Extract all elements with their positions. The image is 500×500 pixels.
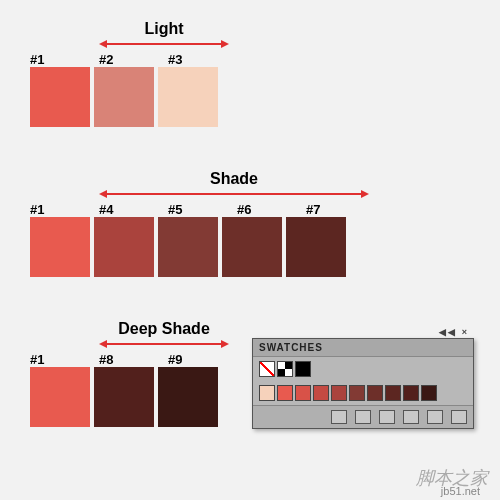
range-arrow bbox=[99, 40, 229, 48]
label-row: #1#8#9 bbox=[30, 352, 237, 367]
color-swatch bbox=[158, 217, 218, 277]
panel-special-row bbox=[253, 357, 473, 381]
swatch-label: #2 bbox=[99, 52, 164, 67]
panel-title: SWATCHES bbox=[253, 339, 473, 357]
label-row: #1#2#3 bbox=[30, 52, 237, 67]
mini-swatch[interactable] bbox=[313, 385, 329, 401]
swatch-label: #6 bbox=[237, 202, 302, 217]
range-arrow bbox=[99, 190, 369, 198]
swatch-label: #9 bbox=[168, 352, 233, 367]
panel-icon[interactable] bbox=[331, 410, 347, 424]
color-group: Shade#1#4#5#6#7 bbox=[30, 170, 375, 277]
color-swatch bbox=[94, 67, 154, 127]
mini-swatch[interactable] bbox=[385, 385, 401, 401]
group-title: Shade bbox=[99, 170, 369, 188]
group-title: Light bbox=[99, 20, 229, 38]
swatch-label: #8 bbox=[99, 352, 164, 367]
mini-swatch[interactable] bbox=[403, 385, 419, 401]
panel-color-row bbox=[253, 381, 473, 405]
color-swatch bbox=[30, 367, 90, 427]
mini-swatch[interactable] bbox=[277, 361, 293, 377]
site-url: jb51.net bbox=[441, 485, 480, 497]
color-swatch bbox=[30, 217, 90, 277]
mini-swatch[interactable] bbox=[331, 385, 347, 401]
panel-icon[interactable] bbox=[379, 410, 395, 424]
panel-footer bbox=[253, 405, 473, 428]
mini-swatch[interactable] bbox=[367, 385, 383, 401]
swatch-label: #4 bbox=[99, 202, 164, 217]
panel-icon[interactable] bbox=[355, 410, 371, 424]
mini-swatch[interactable] bbox=[277, 385, 293, 401]
mini-swatch[interactable] bbox=[259, 385, 275, 401]
mini-swatch[interactable] bbox=[349, 385, 365, 401]
swatch-row bbox=[30, 67, 237, 127]
color-swatch bbox=[94, 217, 154, 277]
color-group: Deep Shade#1#8#9 bbox=[30, 320, 237, 427]
range-arrow bbox=[99, 340, 229, 348]
color-swatch bbox=[158, 367, 218, 427]
color-group: Light#1#2#3 bbox=[30, 20, 237, 127]
group-title: Deep Shade bbox=[99, 320, 229, 338]
swatch-row bbox=[30, 217, 375, 277]
color-swatch bbox=[158, 67, 218, 127]
mini-swatch[interactable] bbox=[295, 361, 311, 377]
color-swatch bbox=[94, 367, 154, 427]
color-swatch bbox=[222, 217, 282, 277]
mini-swatch[interactable] bbox=[259, 361, 275, 377]
swatch-label: #1 bbox=[30, 202, 95, 217]
mini-swatch[interactable] bbox=[421, 385, 437, 401]
color-swatch bbox=[30, 67, 90, 127]
swatches-panel[interactable]: SWATCHES bbox=[252, 338, 474, 429]
panel-icon[interactable] bbox=[427, 410, 443, 424]
panel-icon[interactable] bbox=[403, 410, 419, 424]
swatch-label: #1 bbox=[30, 352, 95, 367]
swatch-label: #1 bbox=[30, 52, 95, 67]
mini-swatch[interactable] bbox=[295, 385, 311, 401]
swatch-label: #3 bbox=[168, 52, 233, 67]
label-row: #1#4#5#6#7 bbox=[30, 202, 375, 217]
swatch-label: #5 bbox=[168, 202, 233, 217]
swatch-row bbox=[30, 367, 237, 427]
color-swatch bbox=[286, 217, 346, 277]
swatch-label: #7 bbox=[306, 202, 371, 217]
trash-icon[interactable] bbox=[451, 410, 467, 424]
